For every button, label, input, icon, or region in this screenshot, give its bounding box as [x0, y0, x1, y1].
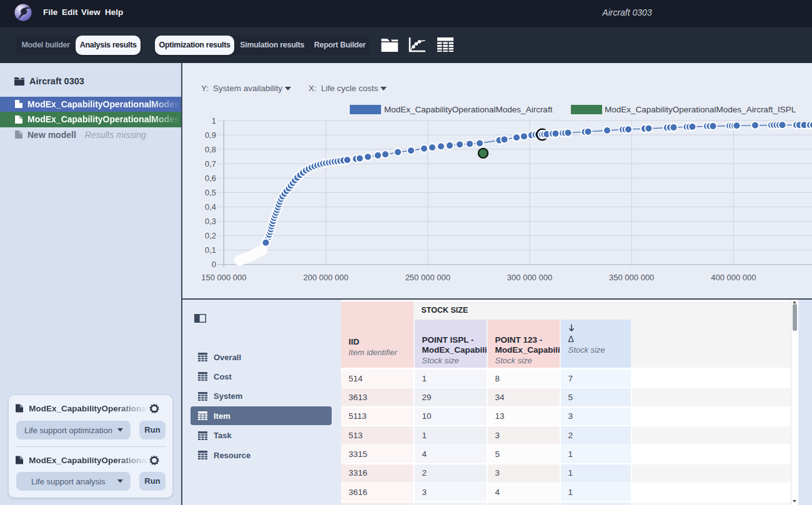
svg-text:300 000 000: 300 000 000 — [507, 273, 552, 282]
svg-text:0,2: 0,2 — [205, 231, 216, 240]
svg-text:0,7: 0,7 — [205, 159, 216, 169]
svg-text:0,9: 0,9 — [205, 130, 216, 140]
svg-text:400 000 000: 400 000 000 — [711, 273, 756, 282]
svg-text:150 000 000: 150 000 000 — [201, 273, 246, 282]
svg-text:0,1: 0,1 — [205, 245, 216, 255]
svg-text:350 000 000: 350 000 000 — [609, 273, 654, 282]
svg-text:200 000 000: 200 000 000 — [303, 273, 348, 282]
svg-text:250 000 000: 250 000 000 — [405, 273, 450, 282]
svg-text:0,8: 0,8 — [205, 145, 216, 154]
svg-text:0: 0 — [212, 260, 216, 269]
svg-text:0,6: 0,6 — [205, 174, 216, 183]
svg-text:0,5: 0,5 — [205, 188, 216, 197]
svg-text:1: 1 — [212, 116, 216, 125]
svg-text:0,4: 0,4 — [205, 202, 216, 212]
svg-text:0,3: 0,3 — [205, 217, 216, 226]
